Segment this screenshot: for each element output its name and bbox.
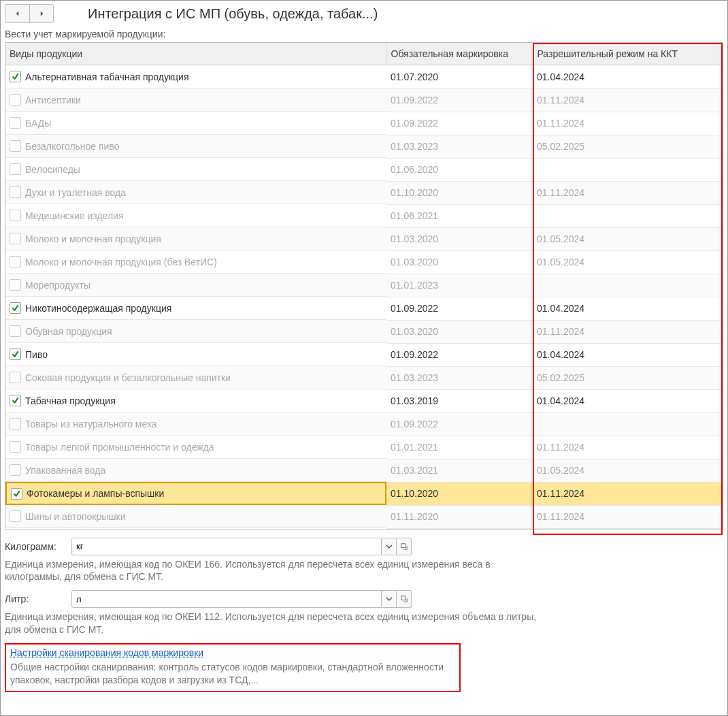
row-name: Товары легкой промышленности и одежда — [25, 442, 214, 453]
row-kkt-date: 05.02.2025 — [533, 135, 723, 158]
table-row[interactable]: Велосипеды01.06.2020 — [5, 158, 723, 181]
table-row[interactable]: Антисептики01.09.202201.11.2024 — [5, 88, 723, 112]
nav-forward-button[interactable] — [29, 4, 54, 23]
row-name: Антисептики — [25, 95, 81, 105]
col-products-header[interactable]: Виды продукции — [5, 43, 386, 65]
liter-dropdown-button[interactable] — [382, 590, 397, 608]
row-checkbox[interactable] — [10, 71, 21, 82]
row-checkbox[interactable] — [10, 395, 21, 406]
liter-open-button[interactable] — [397, 590, 412, 608]
table-row[interactable]: Безалкогольное пиво01.03.202305.02.2025 — [5, 135, 723, 158]
liter-label: Литр: — [5, 593, 66, 604]
liter-input[interactable] — [71, 590, 382, 608]
kg-dropdown-button[interactable] — [382, 538, 397, 555]
row-mandatory-date: 01.01.2021 — [386, 436, 533, 459]
row-kkt-date — [533, 158, 723, 181]
arrow-left-icon — [13, 9, 22, 18]
row-mandatory-date: 01.09.2022 — [386, 412, 533, 436]
page-title: Интеграция с ИС МП (обувь, одежда, табак… — [88, 6, 378, 22]
row-mandatory-date: 01.01.2023 — [386, 274, 533, 297]
kg-open-button[interactable] — [397, 538, 412, 555]
row-name: Шины и автопокрышки — [25, 511, 126, 522]
row-kkt-date: 01.11.2024 — [533, 482, 723, 505]
row-checkbox[interactable] — [10, 464, 21, 476]
row-mandatory-date: 01.03.2020 — [386, 227, 533, 250]
row-mandatory-date: 01.06.2020 — [386, 158, 533, 181]
liter-combo — [71, 590, 412, 608]
row-mandatory-date: 01.03.2023 — [386, 366, 533, 389]
col-kkt-header[interactable]: Разрешительный режим на ККТ — [533, 43, 723, 65]
row-kkt-date: 01.04.2024 — [533, 297, 723, 320]
table-row[interactable]: Табачная продукция01.03.201901.04.2024 — [5, 389, 723, 412]
table-row[interactable]: Медицинские изделия01.06.2021 — [5, 204, 723, 227]
table-row[interactable]: Пиво01.09.202201.04.2024 — [5, 343, 723, 366]
table-row[interactable]: Шины и автопокрышки01.11.202001.11.2024 — [5, 505, 723, 528]
row-checkbox[interactable] — [10, 418, 21, 429]
scan-settings-box: Настройки сканирования кодов маркировки … — [5, 643, 461, 692]
table-row[interactable]: Товары легкой промышленности и одежда01.… — [5, 436, 723, 459]
row-kkt-date: 01.04.2024 — [533, 343, 723, 366]
row-name: Фотокамеры и лампы-вспышки — [27, 488, 164, 499]
row-checkbox[interactable] — [10, 372, 21, 383]
row-name: Морепродукты — [25, 280, 90, 291]
table-row[interactable]: Упакованная вода01.03.202101.05.2024 — [5, 459, 723, 482]
kg-row: Килограмм: — [5, 538, 723, 555]
svg-rect-1 — [401, 596, 405, 600]
row-name: Альтернативная табачная продукция — [25, 71, 188, 82]
row-checkbox[interactable] — [10, 163, 21, 175]
col-mandatory-header[interactable]: Обязательная маркировка — [386, 43, 533, 65]
scan-settings-link[interactable]: Настройки сканирования кодов маркировки — [10, 647, 203, 658]
row-name: Духи и туалетная вода — [25, 187, 126, 198]
header: Интеграция с ИС МП (обувь, одежда, табак… — [5, 4, 723, 23]
row-mandatory-date: 01.09.2022 — [386, 88, 533, 112]
row-mandatory-date: 01.03.2019 — [386, 389, 533, 412]
row-name: БАДы — [25, 118, 51, 129]
kg-input[interactable] — [71, 538, 382, 555]
table-row[interactable]: Альтернативная табачная продукция01.07.2… — [5, 65, 723, 89]
nav-back-button[interactable] — [5, 4, 29, 23]
row-checkbox[interactable] — [10, 279, 21, 291]
row-checkbox[interactable] — [10, 117, 21, 129]
kg-label: Килограмм: — [5, 541, 66, 552]
table-row[interactable]: Молоко и молочная продукция (без ВетИС)0… — [5, 250, 723, 274]
table-row[interactable]: БАДы01.09.202201.11.2024 — [5, 112, 723, 135]
kg-desc: Единица измерения, имеющая код по ОКЕИ 1… — [5, 558, 549, 584]
row-mandatory-date: 01.06.2021 — [386, 204, 533, 227]
row-checkbox[interactable] — [11, 488, 22, 500]
table-row[interactable]: Фотокамеры и лампы-вспышки01.10.202001.1… — [5, 482, 723, 505]
liter-row: Литр: — [5, 590, 723, 608]
row-checkbox[interactable] — [10, 94, 21, 105]
row-checkbox[interactable] — [10, 348, 21, 360]
row-checkbox[interactable] — [10, 140, 21, 152]
table-row[interactable]: Молоко и молочная продукция01.03.202001.… — [5, 227, 723, 250]
row-name: Молоко и молочная продукция — [25, 233, 161, 244]
subtitle: Вести учет маркируемой продукции: — [5, 29, 723, 39]
row-kkt-date — [533, 204, 723, 227]
row-checkbox[interactable] — [10, 325, 21, 337]
row-kkt-date: 01.11.2024 — [533, 320, 723, 343]
chevron-down-icon — [386, 543, 393, 550]
table-row[interactable]: Никотиносодержащая продукция01.09.202201… — [5, 297, 723, 320]
open-icon — [401, 543, 408, 550]
row-name: Молоко и молочная продукция (без ВетИС) — [25, 257, 217, 267]
row-checkbox[interactable] — [10, 256, 21, 267]
row-kkt-date: 01.05.2024 — [533, 459, 723, 482]
table-row[interactable]: Духи и туалетная вода01.10.202001.11.202… — [5, 181, 723, 204]
row-checkbox[interactable] — [10, 302, 21, 314]
chevron-down-icon — [386, 596, 393, 602]
row-kkt-date: 05.02.2025 — [533, 366, 723, 389]
row-checkbox[interactable] — [10, 210, 21, 221]
scan-settings-desc: Общие настройки сканирования: контроль с… — [10, 661, 455, 687]
table-row[interactable]: Товары из натурального меха01.09.2022 — [5, 412, 723, 436]
table-row[interactable]: Обувная продукция01.03.202001.11.2024 — [5, 320, 723, 343]
row-kkt-date: 01.11.2024 — [533, 88, 723, 112]
row-name: Пиво — [25, 349, 48, 360]
row-mandatory-date: 01.03.2020 — [386, 250, 533, 274]
table-row[interactable]: Морепродукты01.01.2023 — [5, 274, 723, 297]
row-checkbox[interactable] — [10, 441, 21, 453]
row-checkbox[interactable] — [10, 233, 21, 244]
table-row[interactable]: Соковая продукция и безалкогольные напит… — [5, 366, 723, 389]
row-kkt-date: 01.04.2024 — [533, 65, 723, 89]
row-checkbox[interactable] — [10, 186, 21, 198]
row-checkbox[interactable] — [10, 510, 21, 522]
